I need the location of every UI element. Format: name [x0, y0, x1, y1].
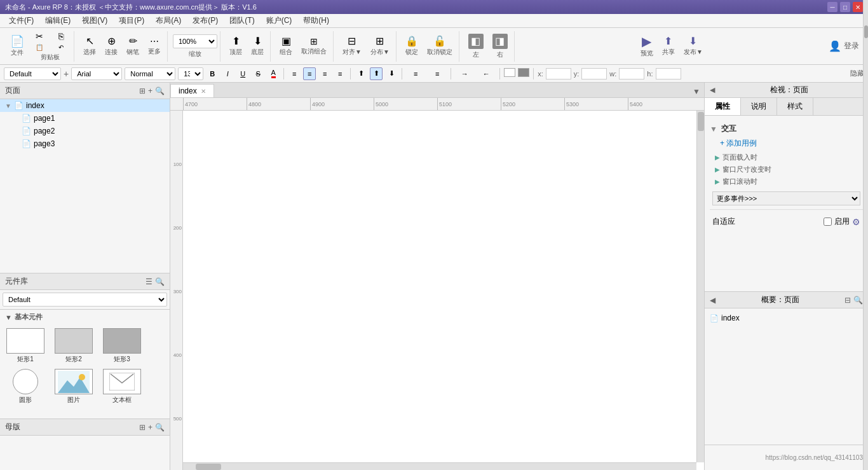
style-select[interactable]: Default: [4, 67, 61, 80]
number-button[interactable]: ≡: [428, 67, 447, 80]
select-button[interactable]: ↖ 选择: [79, 35, 100, 58]
new-button[interactable]: 📄 文件: [6, 34, 28, 59]
publish-button[interactable]: ⬇ 发布▼: [680, 35, 707, 58]
minimize-button[interactable]: ─: [827, 2, 837, 12]
w-input[interactable]: [619, 68, 644, 79]
menu-publish[interactable]: 发布(P): [187, 14, 223, 27]
paste-button[interactable]: 📋: [29, 43, 50, 52]
preview-button[interactable]: ▶ 预览: [637, 34, 657, 59]
zoom-select[interactable]: 100% 50% 200%: [173, 34, 217, 48]
event-page-load[interactable]: ▶ 页面载入时: [710, 151, 863, 163]
align-center-button[interactable]: ≡: [303, 67, 316, 80]
fontsize-select[interactable]: 13: [178, 67, 203, 80]
fill-color-swatch[interactable]: [504, 68, 515, 79]
outdent-button[interactable]: ←: [477, 67, 496, 80]
add-case-label[interactable]: 添加用例: [726, 139, 757, 148]
masters-expand-icon[interactable]: ⊞: [139, 423, 146, 432]
valign-top-button[interactable]: ⬆: [355, 67, 367, 80]
menu-view[interactable]: 视图(V): [77, 14, 112, 27]
masters-search-icon[interactable]: 🔍: [155, 423, 165, 432]
menu-team[interactable]: 团队(T): [224, 14, 259, 27]
valign-middle-button[interactable]: ⬆: [370, 67, 383, 80]
canvas-scroll-thumb-h[interactable]: [196, 464, 221, 470]
connect-button[interactable]: ⊕ 连接: [101, 35, 121, 58]
adaptive-settings-icon[interactable]: ⚙: [852, 217, 860, 227]
add-case-link[interactable]: +: [720, 139, 726, 148]
page-item-page1[interactable]: 📄 page1: [0, 112, 170, 125]
comp-image[interactable]: 图片: [51, 368, 97, 406]
comp-circle[interactable]: 圆形: [3, 368, 48, 406]
more-button[interactable]: ⋯ 更多: [144, 36, 165, 57]
top-button[interactable]: ⬆ 顶层: [226, 35, 246, 58]
menu-project[interactable]: 项目(P): [114, 14, 149, 27]
align-right-button[interactable]: ≡: [318, 67, 331, 80]
share-button[interactable]: ⬆ 共享: [658, 35, 679, 58]
canvas-scrollbar-h[interactable]: [183, 462, 696, 470]
comp-email[interactable]: 文本框: [99, 368, 145, 406]
login-area[interactable]: 👤 登录: [829, 40, 859, 52]
page-item-page2[interactable]: 📄 page2: [0, 125, 170, 137]
strikethrough-button[interactable]: S: [252, 67, 264, 80]
font-select[interactable]: Arial: [71, 67, 122, 80]
outline-filter-icon[interactable]: ⊟: [844, 296, 851, 305]
italic-button[interactable]: I: [221, 67, 234, 80]
event-window-resize[interactable]: ▶ 窗口尺寸改变时: [710, 163, 863, 176]
x-input[interactable]: [546, 68, 571, 79]
bold-button[interactable]: B: [206, 67, 219, 80]
unlock-button[interactable]: 🔓 取消锁定: [423, 35, 456, 58]
group-button[interactable]: ▣ 组合: [276, 35, 296, 58]
titlebar-controls[interactable]: ─ □ ✕: [827, 2, 863, 12]
copy-button[interactable]: ⎘: [51, 31, 71, 42]
pages-search-icon[interactable]: 🔍: [155, 86, 165, 95]
collapse-icon[interactable]: ▼: [5, 314, 12, 321]
page-item-page3[interactable]: 📄 page3: [0, 137, 170, 150]
close-button[interactable]: ✕: [853, 2, 863, 12]
comp-rect1[interactable]: 矩形1: [3, 327, 48, 365]
distribute-button[interactable]: ⊞ 分布▼: [367, 35, 393, 58]
more-events-select[interactable]: 更多事件>>>: [712, 191, 860, 205]
maximize-button[interactable]: □: [840, 2, 850, 12]
comp-rect2[interactable]: 矩形2: [51, 327, 97, 365]
pages-add-icon[interactable]: +: [148, 86, 153, 95]
right-button[interactable]: ◨ 右: [489, 32, 512, 60]
login-label[interactable]: 登录: [844, 41, 859, 52]
components-search-icon[interactable]: 🔍: [155, 277, 165, 286]
fontcolor-button[interactable]: A: [267, 67, 280, 80]
canvas-scrollbar-v[interactable]: [696, 111, 704, 462]
outline-search-icon[interactable]: 🔍: [853, 296, 863, 305]
page-item-index[interactable]: ▼ 📄 index: [0, 99, 170, 112]
menu-help[interactable]: 帮助(H): [298, 14, 334, 27]
tab-close-icon[interactable]: ✕: [201, 88, 206, 95]
canvas-scroll-down[interactable]: ▼: [689, 86, 704, 97]
right-panel-back-icon[interactable]: ◀: [710, 86, 715, 94]
pages-expand-icon[interactable]: ⊞: [139, 86, 146, 95]
bottom-button[interactable]: ⬇ 底层: [247, 35, 268, 58]
interaction-collapse-icon[interactable]: ▼: [710, 125, 717, 134]
align-button[interactable]: ⊟ 对齐▼: [339, 35, 365, 58]
left-button[interactable]: ◧ 左: [465, 32, 487, 60]
align-justify-button[interactable]: ≡: [334, 67, 346, 80]
components-library-select[interactable]: Default: [3, 293, 167, 307]
h-input[interactable]: [656, 68, 681, 79]
event-window-scroll[interactable]: ▶ 窗口滚动时: [710, 176, 863, 188]
components-menu-icon[interactable]: ☰: [146, 277, 153, 286]
indent-button[interactable]: →: [455, 67, 474, 80]
y-input[interactable]: [581, 68, 607, 79]
adaptive-checkbox[interactable]: [824, 218, 832, 226]
tab-style[interactable]: 样式: [777, 98, 813, 115]
redo-button[interactable]: ↶: [51, 43, 71, 52]
menu-layout[interactable]: 布局(A): [151, 14, 186, 27]
bullet-button[interactable]: ≡: [406, 67, 425, 80]
style-add-icon[interactable]: +: [64, 69, 69, 79]
comp-rect3[interactable]: 矩形3: [99, 327, 145, 365]
valign-bottom-button[interactable]: ⬇: [385, 67, 398, 80]
canvas-tab-index[interactable]: index ✕: [170, 84, 214, 97]
align-left-button[interactable]: ≡: [288, 67, 301, 80]
menu-edit[interactable]: 编辑(E): [40, 14, 76, 27]
border-color-swatch[interactable]: [518, 68, 529, 79]
underline-button[interactable]: U: [236, 67, 249, 80]
pencil-button[interactable]: ✏ 钢笔: [123, 35, 143, 58]
fontstyle-select[interactable]: Normal: [125, 67, 175, 80]
outline-item-index[interactable]: 📄 index: [710, 312, 863, 324]
menu-file[interactable]: 文件(F): [4, 14, 39, 27]
